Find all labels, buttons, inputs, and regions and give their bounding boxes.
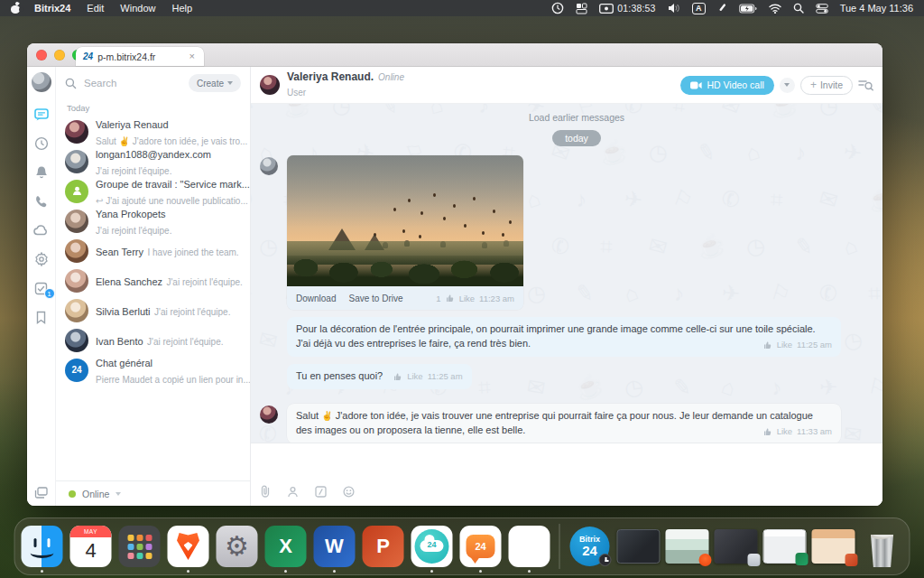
chat-list-item[interactable]: longan1088@yandex.com J'ai rejoint l'équ… [56,146,250,176]
screen-recording-timer[interactable]: 01:38:53 [599,3,655,14]
dock-launchpad-icon[interactable] [118,521,162,572]
window-tab[interactable]: 24 p-m.bitrix24.fr × [76,47,204,66]
create-button[interactable]: Create [189,74,241,92]
message-area[interactable]: ✉☕◷✎⌂♪✈⚐✆⌗✉☕◷✎⌂♪✈⚐✆⌗✉☕◷✎⌂♪✈⚐✆⌗✉☕◷✎⌂♪✈⚐✆⌗… [251,104,882,443]
status-circle-icon[interactable] [551,2,564,14]
chat-list-item[interactable]: Elena Sanchez J'ai rejoint l'équipe. [56,266,250,295]
window-tiles-icon[interactable] [576,3,587,14]
close-window-button[interactable] [36,50,47,61]
user-avatar[interactable] [32,72,51,92]
quote-command-icon[interactable] [315,486,327,498]
conversation-header: Valeriya Renaud. Online User HD Video ca… [251,67,882,104]
history-clock-icon[interactable] [33,135,50,152]
window-titlebar[interactable]: 24 p-m.bitrix24.fr × [27,43,882,67]
dock-minimized-window[interactable] [763,521,807,572]
minimize-window-button[interactable] [54,50,65,61]
video-camera-icon [690,81,702,89]
dock-system-settings-icon[interactable]: ⚙ [216,521,259,572]
dock-finder-icon[interactable] [21,521,64,572]
like-button[interactable]: Like [777,339,792,351]
attach-file-icon[interactable] [260,485,271,498]
message-bubble[interactable]: Salut ✌ J'adore ton idée, je vais trouve… [287,404,841,443]
sender-avatar[interactable] [260,406,278,424]
video-call-options-button[interactable] [780,78,795,93]
messenger-icon[interactable] [33,107,50,123]
windows-stack-icon[interactable] [27,487,55,499]
message-composer [251,443,882,506]
menu-clock[interactable]: Tue 4 May 11:36 [840,3,913,14]
like-button[interactable]: Like [777,425,792,438]
shared-photo[interactable] [287,155,523,286]
contact-name[interactable]: Valeriya Renaud. [287,70,374,83]
message-bubble[interactable]: Tu en penses quoi? Like 11:25 am [287,364,472,389]
invite-button[interactable]: + Invite [800,76,853,95]
conversation-pane: Valeriya Renaud. Online User HD Video ca… [251,67,882,506]
message-time: 11:25 am [797,339,832,351]
tasks-icon[interactable]: 1 [33,280,50,296]
save-to-drive-link[interactable]: Save to Drive [348,294,402,303]
thumbs-up-icon[interactable] [446,294,455,303]
load-earlier-link[interactable]: Load earlier messages [287,109,866,130]
apple-menu-icon[interactable] [11,3,21,14]
chat-list-item[interactable]: Sean Terry I have joined the team. [56,236,250,266]
bitrix24-chat-avatar: 24 [65,359,88,382]
chat-list-item[interactable]: Groupe de travail : "Service mark... ↩ J… [56,176,250,206]
message-input[interactable] [251,443,882,482]
chat-list-item[interactable]: Silvia Berluti J'ai rejoint l'équipe. [56,295,250,325]
bookmark-flag-icon[interactable] [33,309,50,325]
wifi-icon[interactable] [769,4,781,14]
dock-powerpoint-icon[interactable]: P [362,521,405,572]
menu-item-edit[interactable]: Edit [79,0,112,16]
volume-icon[interactable] [668,3,680,14]
notifications-bell-icon[interactable] [33,164,50,181]
drive-cloud-icon[interactable] [33,222,50,238]
thumbs-up-icon[interactable] [763,340,772,350]
spotlight-search-icon[interactable] [793,3,804,14]
menu-item-help[interactable]: Help [163,0,200,16]
dock-bitrix24-drive-icon[interactable]: 24 [411,521,454,572]
like-button[interactable]: Like [407,370,422,383]
sender-avatar[interactable] [260,157,278,175]
menu-item-window[interactable]: Window [112,0,163,16]
chat-list: Valeriya Renaud Salut ✌ J'adore ton idée… [56,117,250,480]
dock-calendar-icon[interactable]: MAY 4 [69,521,113,572]
battery-icon[interactable] [739,4,757,14]
chat-list-item[interactable]: Yana Prokopets J'ai rejoint l'équipe. [56,206,250,236]
dock-brave-icon[interactable] [167,521,210,572]
like-button[interactable]: Like [459,294,475,303]
dock-bitrix24-app-minimized[interactable]: Bitrix 24 [568,521,612,572]
dock-minimized-window[interactable] [617,521,661,572]
chat-list-item[interactable]: Ivan Bento J'ai rejoint l'équipe. [56,325,250,355]
dock-bitrix24-messenger-icon[interactable]: 24 [459,521,503,572]
chat-list-item[interactable]: 24 Chat général Pierre Maudet a copié un… [56,355,250,385]
dock-word-icon[interactable]: W [313,521,356,572]
tab-close-icon[interactable]: × [188,51,197,62]
dock-excel-icon[interactable]: X [264,521,308,572]
message-bubble[interactable]: Pour la décoration de l'entrée principal… [287,317,841,357]
control-center-icon[interactable] [816,4,828,14]
thumbs-up-icon[interactable] [393,372,402,381]
image-message-card[interactable]: Download Save to Drive 1 Like 11:23 am [287,155,523,310]
avatar [65,150,88,173]
dock-minimized-window[interactable] [715,521,758,572]
pencil-icon[interactable] [717,3,727,14]
calls-phone-icon[interactable] [33,193,50,210]
dock-minimized-window[interactable] [812,521,855,572]
dock-photos-icon[interactable] [508,521,551,572]
presence-selector[interactable]: Online [56,480,250,506]
input-source-icon[interactable]: A [692,3,706,14]
hd-video-call-button[interactable]: HD Video call [680,76,773,95]
menu-app-name[interactable]: Bitrix24 [26,0,79,16]
contact-avatar[interactable] [260,75,280,95]
dock-minimized-window[interactable] [666,521,709,572]
chat-list-item[interactable]: Valeriya Renaud Salut ✌ J'adore ton idée… [56,117,250,146]
message-search-icon[interactable] [858,79,873,91]
emoji-smiley-icon[interactable] [343,486,355,498]
download-link[interactable]: Download [296,294,336,303]
dock-trash-icon[interactable] [861,521,904,572]
settings-gear-icon[interactable] [33,251,50,267]
thumbs-up-icon[interactable] [763,427,772,436]
search-input[interactable] [84,78,165,89]
mention-person-icon[interactable] [287,486,299,498]
search-field[interactable] [65,78,183,89]
